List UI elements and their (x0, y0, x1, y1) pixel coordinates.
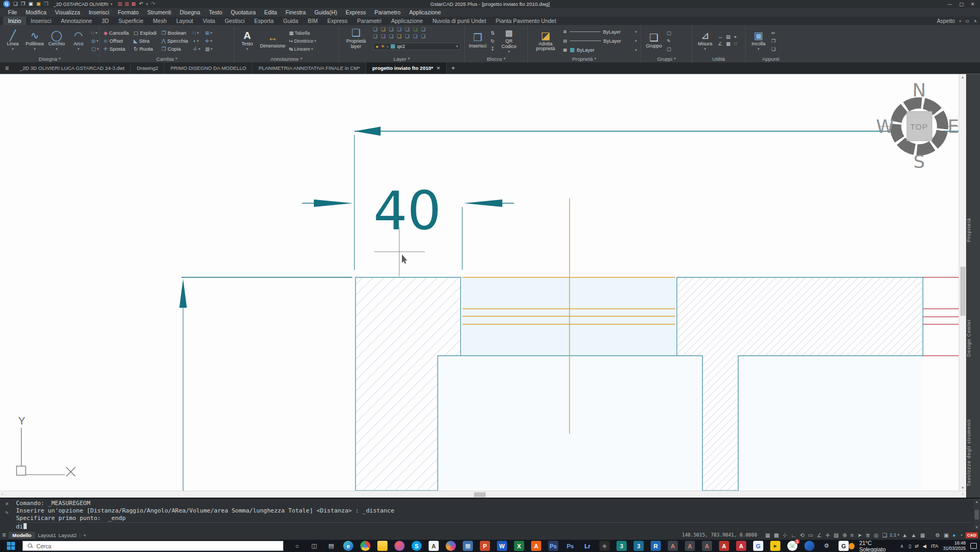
ribbon-tab[interactable]: BIM (303, 17, 323, 25)
viewport-icon-1[interactable]: ▤ (118, 1, 123, 7)
calculator-icon[interactable]: ▦ (463, 541, 473, 551)
block-export-button[interactable]: ↧ (491, 46, 495, 52)
gstarcad-logo-icon[interactable]: G (3, 1, 10, 7)
undo-chevron-icon[interactable]: ▾ (146, 2, 148, 6)
close-button[interactable]: ✕ (970, 2, 975, 7)
break-tools-button[interactable]: -/-▾ (193, 46, 200, 52)
3ds-max-2-icon[interactable]: 3 (634, 541, 644, 551)
cerchio-button[interactable]: ◯ Cerchio ▾ (48, 30, 66, 52)
ribbon-tab[interactable]: 3D (97, 17, 113, 25)
ribbon-tab[interactable]: Parametri (352, 17, 386, 25)
document-tab[interactable]: progetto inviato fto 2010* ✕ (366, 62, 447, 74)
lightroom-icon[interactable]: Lr (582, 541, 592, 551)
doc-menu-icon[interactable]: ≡ (0, 62, 14, 74)
inserisci-button[interactable]: ❒ Inserisci (469, 33, 487, 49)
menu-item[interactable]: Quotatura (227, 9, 259, 15)
phone-link-icon[interactable]: ▤ (326, 541, 336, 551)
autocad-11-icon[interactable]: A (668, 541, 678, 551)
adotta-proprieta-button[interactable]: ◪ Adotta proprietà (532, 30, 559, 52)
open-folder-icon[interactable]: ❐ (21, 1, 25, 7)
panel-label-gruppi[interactable]: Gruppi▾ (641, 55, 692, 62)
ribbon-tab[interactable]: Layout (171, 17, 198, 25)
status-toggle[interactable]: ➤ (857, 532, 862, 538)
layer-tool-icon[interactable]: ❏ (413, 34, 420, 40)
polilinea-button[interactable]: ∿ Polilinea ▾ (26, 30, 44, 52)
menu-item[interactable]: Parametro (370, 9, 404, 15)
status-toggle[interactable]: ⊕ (842, 532, 847, 538)
list-icon[interactable]: ∷ (734, 41, 741, 47)
paint3d-icon[interactable] (446, 541, 456, 551)
cancella-button[interactable]: ◆Cancella (104, 29, 129, 37)
photoshop-icon[interactable]: Ps (548, 541, 558, 551)
gstarcad-taskbar-icon[interactable]: G (753, 541, 763, 551)
ribbon-tab[interactable]: Mesh (148, 17, 172, 25)
scroll-down-icon[interactable]: ▼ (961, 486, 965, 490)
autocad-12-icon[interactable]: A (702, 541, 712, 551)
calc-icon[interactable]: ▤ (726, 34, 733, 41)
ribbon-collapse-icon[interactable]: ∧ (974, 19, 977, 23)
menu-item[interactable]: Visualizza (51, 9, 84, 15)
status-toggle[interactable]: ▩ (774, 532, 779, 538)
minimize-button[interactable]: — (947, 2, 952, 7)
copy-clip-button[interactable]: ❐ (771, 38, 776, 44)
document-tab[interactable]: Drawing2 (131, 62, 164, 74)
menu-item[interactable]: File (4, 9, 21, 15)
workspace-select[interactable]: _2D GSTARCAD OLIVIERI ▾ (51, 2, 114, 7)
lineweight-select[interactable]: ▤ByLayer▾ (563, 37, 637, 45)
linetype-select[interactable]: ≣ByLayer▾ (563, 28, 637, 36)
tabella-button[interactable]: ▦Tabella (289, 30, 317, 36)
scroll-up-icon[interactable]: ▲ (975, 500, 979, 503)
ribbon-tab[interactable]: Pianta Pavimento Undet (491, 17, 561, 25)
menu-item[interactable]: Strumenti (144, 9, 175, 15)
layer-tool-icon[interactable]: ❏ (381, 34, 388, 40)
panel-label-proprieta[interactable]: Proprietà▾ (528, 55, 641, 62)
tray-icon[interactable]: ◀ (922, 543, 926, 549)
document-tab[interactable]: PRIMO DISEGNO DA MODELLO (164, 62, 252, 74)
sheet-menu-icon[interactable]: ≡ (2, 531, 6, 539)
action-center-icon[interactable] (970, 543, 977, 549)
id-point-icon[interactable]: ⌖ (734, 34, 741, 41)
status-toggle[interactable]: ∟ (791, 532, 796, 538)
dimensione-button[interactable]: ↔ Dimensione (260, 33, 286, 49)
paint-icon[interactable] (394, 541, 405, 551)
angle-icon[interactable]: ∠ (718, 41, 725, 47)
revit-icon[interactable]: R (651, 541, 661, 551)
color-select[interactable]: ▦ByLayer▾ (563, 46, 637, 54)
panel-label-layer[interactable]: Layer▾ (339, 55, 464, 62)
panel-label-annotazione[interactable]: Annotazione▾ (234, 55, 338, 62)
tray-icon[interactable]: ⇄ (915, 543, 919, 549)
layer-tool-icon[interactable]: ❏ (397, 27, 404, 33)
new-layout-button[interactable]: + (83, 532, 86, 538)
status-toggle[interactable]: ▭ (808, 532, 813, 538)
ribbon-tab[interactable]: Superficie (114, 17, 148, 25)
palette-tab-proprieta[interactable]: Proprietà (966, 199, 980, 261)
status-toggle[interactable]: ✛ (825, 532, 829, 538)
chevron-down-icon[interactable]: ▾ (959, 19, 961, 23)
menu-item[interactable]: Disegna (176, 9, 204, 15)
status-toggle[interactable]: ▨ (834, 532, 839, 538)
layer-tool-icon[interactable]: ❏ (373, 34, 380, 40)
status-toggle[interactable]: ◎ (874, 532, 879, 538)
taskbar-clock[interactable]: 16:48 31/03/2025 (943, 541, 966, 551)
status-toggle[interactable]: ❏ (882, 532, 887, 538)
ribbon-tab[interactable]: Inserisci (26, 17, 57, 25)
pattern-tools-button[interactable]: ▥▾ (205, 46, 212, 52)
ribbon-tab[interactable]: Annotazione (56, 17, 97, 25)
v-scroll-thumb[interactable] (960, 267, 966, 316)
layer-combobox[interactable]: ● ☀ ▪ qe2 ▾ (373, 43, 461, 50)
cut-button[interactable]: ✂ (771, 30, 776, 36)
align-tools-button[interactable]: ⊞▾ (205, 30, 212, 36)
close-icon[interactable]: ✕ (5, 501, 9, 507)
layer-tool-icon[interactable]: ❏ (421, 34, 428, 40)
scroll-left-icon[interactable]: ‹ (2, 492, 3, 497)
status-toggle[interactable]: ▲ (902, 532, 907, 538)
point-tools-button[interactable]: ∷▾ (91, 30, 99, 36)
ribbon-tab[interactable]: Express (322, 17, 352, 25)
start-button[interactable] (0, 540, 21, 552)
panel-label-appunti[interactable]: Appunti (746, 55, 796, 62)
3ds-max-icon[interactable]: 3 (617, 541, 627, 551)
task-view-icon[interactable]: ◫ (309, 541, 319, 551)
edge-icon[interactable]: e (343, 541, 353, 551)
appearance-dropdown[interactable]: Aspetto (937, 18, 955, 24)
arco-button[interactable]: ◠ Arco ▾ (69, 30, 88, 52)
